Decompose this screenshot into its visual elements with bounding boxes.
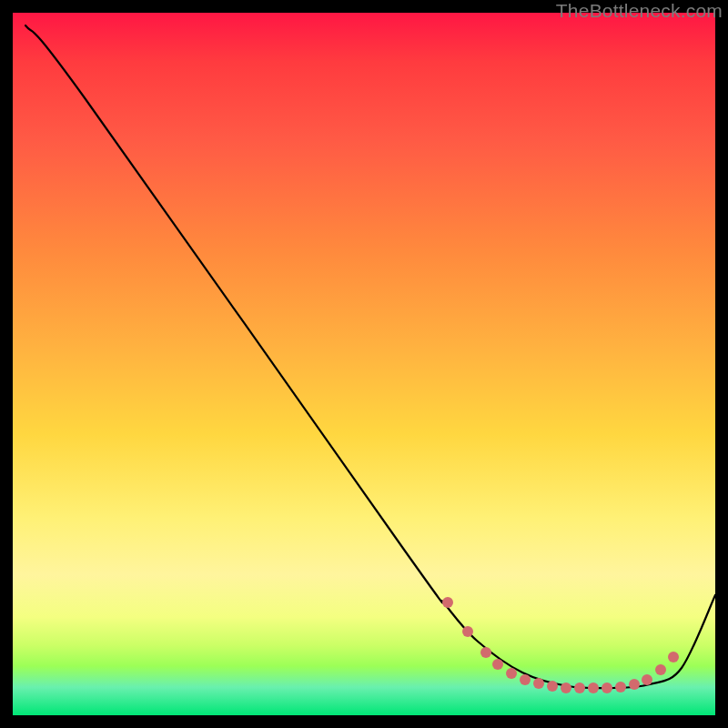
watermark-text: TheBottleneck.com <box>556 0 723 22</box>
plot-frame <box>13 13 715 715</box>
heat-gradient-background <box>13 13 715 715</box>
